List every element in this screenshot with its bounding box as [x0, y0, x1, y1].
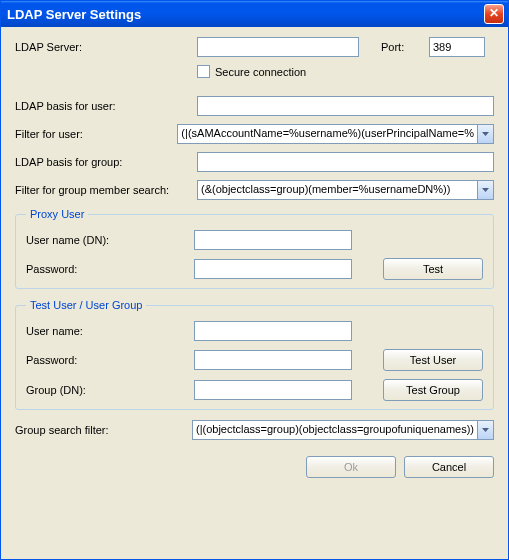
- label-user-filter: Filter for user:: [15, 128, 177, 140]
- label-proxy-username: User name (DN):: [26, 234, 194, 246]
- combo-group-member-filter-button[interactable]: [477, 181, 493, 199]
- button-ok[interactable]: Ok: [306, 456, 396, 478]
- svg-marker-0: [482, 132, 489, 136]
- input-test-password[interactable]: [194, 350, 352, 370]
- input-test-group[interactable]: [194, 380, 352, 400]
- checkbox-box-icon: [197, 65, 210, 78]
- label-test-username: User name:: [26, 325, 194, 337]
- fieldset-test-user: Test User / User Group User name: Passwo…: [15, 299, 494, 410]
- close-button[interactable]: ✕: [484, 4, 504, 24]
- input-test-username[interactable]: [194, 321, 352, 341]
- fieldset-proxy-user: Proxy User User name (DN): Password: Tes…: [15, 208, 494, 289]
- button-test-user[interactable]: Test User: [383, 349, 483, 371]
- row-ldap-server: LDAP Server: Port:: [15, 37, 494, 57]
- svg-marker-1: [482, 188, 489, 192]
- label-test-group: Group (DN):: [26, 384, 194, 396]
- row-proxy-password: Password: Test: [26, 258, 483, 280]
- label-test-password: Password:: [26, 354, 194, 366]
- label-proxy-password: Password:: [26, 263, 194, 275]
- combo-user-filter-button[interactable]: [477, 125, 493, 143]
- chevron-down-icon: [482, 132, 489, 136]
- window-title: LDAP Server Settings: [7, 7, 141, 22]
- dialog-footer: Ok Cancel: [1, 450, 508, 490]
- label-group-search-filter: Group search filter:: [15, 424, 192, 436]
- row-group-basis: LDAP basis for group:: [15, 152, 494, 172]
- input-proxy-password[interactable]: [194, 259, 352, 279]
- input-port[interactable]: [429, 37, 485, 57]
- label-ldap-server: LDAP Server:: [15, 41, 197, 53]
- dialog-content: LDAP Server: Port: Secure connection LDA…: [1, 27, 508, 450]
- legend-test-user: Test User / User Group: [26, 299, 146, 311]
- input-user-basis[interactable]: [197, 96, 494, 116]
- label-group-member-filter: Filter for group member search:: [15, 184, 197, 196]
- label-port: Port:: [381, 41, 429, 53]
- row-user-basis: LDAP basis for user:: [15, 96, 494, 116]
- row-proxy-username: User name (DN):: [26, 230, 483, 250]
- row-test-username: User name:: [26, 321, 483, 341]
- row-test-password: Password: Test User: [26, 349, 483, 371]
- label-user-basis: LDAP basis for user:: [15, 100, 197, 112]
- combo-group-search-filter-button[interactable]: [477, 421, 493, 439]
- checkbox-secure-connection[interactable]: Secure connection: [197, 65, 306, 78]
- combo-user-filter-text: (|(sAMAccountName=%username%)(userPrinci…: [178, 125, 477, 143]
- combo-group-search-filter[interactable]: (|(objectclass=group)(objectclass=groupo…: [192, 420, 494, 440]
- combo-group-search-filter-text: (|(objectclass=group)(objectclass=groupo…: [193, 421, 477, 439]
- close-icon: ✕: [489, 6, 499, 20]
- row-group-search-filter: Group search filter: (|(objectclass=grou…: [15, 420, 494, 440]
- row-test-group: Group (DN): Test Group: [26, 379, 483, 401]
- input-proxy-username[interactable]: [194, 230, 352, 250]
- legend-proxy-user: Proxy User: [26, 208, 88, 220]
- svg-marker-2: [482, 428, 489, 432]
- title-bar: LDAP Server Settings ✕: [1, 1, 508, 27]
- label-secure-connection: Secure connection: [215, 66, 306, 78]
- combo-group-member-filter[interactable]: (&(objectclass=group)(member=%usernameDN…: [197, 180, 494, 200]
- row-group-member-filter: Filter for group member search: (&(objec…: [15, 180, 494, 200]
- row-secure: Secure connection: [197, 65, 494, 78]
- chevron-down-icon: [482, 188, 489, 192]
- button-test[interactable]: Test: [383, 258, 483, 280]
- combo-group-member-filter-text: (&(objectclass=group)(member=%usernameDN…: [198, 181, 477, 199]
- combo-user-filter[interactable]: (|(sAMAccountName=%username%)(userPrinci…: [177, 124, 494, 144]
- button-test-group[interactable]: Test Group: [383, 379, 483, 401]
- row-user-filter: Filter for user: (|(sAMAccountName=%user…: [15, 124, 494, 144]
- chevron-down-icon: [482, 428, 489, 432]
- input-ldap-server[interactable]: [197, 37, 359, 57]
- input-group-basis[interactable]: [197, 152, 494, 172]
- button-cancel[interactable]: Cancel: [404, 456, 494, 478]
- label-group-basis: LDAP basis for group:: [15, 156, 197, 168]
